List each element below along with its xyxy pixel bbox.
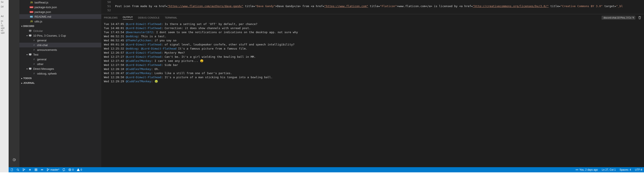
log-user: @Lord·Dimwit·Flathead [126, 22, 161, 26]
log-message: : Is there a setting set of 'Off' by def… [161, 22, 257, 26]
status-warnings[interactable]: 0 [77, 168, 82, 171]
status-bar: master* 0 0 You, 2 days ago Ln 27, Col 1… [8, 167, 644, 172]
file-item[interactable]: npm package.json [20, 10, 101, 14]
log-message: : Can't be. It's a girl wielding the bow… [161, 55, 256, 58]
log-timestamp: Tue 14:47:05 [104, 22, 126, 26]
dm-item[interactable]: # oddcog, spfweb [20, 71, 101, 76]
dm-name: oddcog, spfweb [37, 72, 57, 75]
channel-item[interactable]: # general [20, 38, 101, 43]
log-timestamp: Wed 12:29:29 [104, 80, 126, 83]
background-window: SeDifAdex1.v0.addv0.upd [0, 0, 8, 172]
svg-rect-5 [35, 169, 36, 170]
log-line: Wed 12:28:50 @Lord·Dimwit·Flathead: It's… [104, 75, 642, 79]
discord-server-icon [28, 34, 32, 37]
section-todos[interactable]: ▸ TODOS [20, 76, 101, 80]
svg-point-4 [29, 169, 30, 170]
chevron-down-icon: ▾ [20, 25, 23, 27]
output-panel[interactable]: Tue 14:47:05 @Lord·Dimwit·Flathead: Is t… [101, 21, 644, 167]
hash-icon: # [32, 72, 36, 75]
line-number: 52 [101, 8, 115, 12]
chevron-right-icon: ▸ [20, 77, 23, 80]
svg-rect-6 [36, 169, 37, 170]
log-message: : Side bar [161, 63, 178, 66]
channel-item[interactable]: # general [20, 57, 101, 62]
log-message: : I dont seem to see the notifications o… [153, 30, 298, 34]
line-number: 51 [101, 4, 115, 8]
channel-item[interactable]: # announcements [20, 48, 101, 52]
log-user: @Lord·Dimwit·Flathead [126, 76, 161, 79]
log-user: @TheHolyChicken [126, 39, 151, 42]
log-line: Wed 08:52:31 @oddcog: This is a test. [104, 34, 642, 38]
log-user: @Lord·Dimwit·Flathead [126, 43, 161, 46]
log-message: : if you say so [151, 39, 176, 42]
svg-rect-7 [35, 170, 36, 171]
log-user: @CuddlesTMonkey [126, 68, 151, 71]
status-cursor-position[interactable]: Ln 27, Col 1 [602, 168, 616, 171]
tab-terminal[interactable]: TERMINAL [165, 16, 177, 19]
svg-rect-8 [36, 170, 37, 171]
status-errors[interactable]: 0 [68, 168, 74, 171]
clear-output-icon[interactable] [638, 16, 642, 20]
log-message: : [138, 47, 141, 50]
log-timestamp: Tue 14:48:01 [104, 26, 126, 30]
server-item[interactable]: ▾ 10 Pins, 3 Courses, 1 Cup [20, 33, 101, 38]
log-timestamp: Wed 08:52:45 [104, 39, 126, 42]
section-label: JOURNAL [23, 82, 35, 84]
server-name: 10 Pins, 3 Courses, 1 Cup [33, 34, 66, 37]
channel-item[interactable]: # other [20, 62, 101, 66]
status-file-icon[interactable] [10, 168, 13, 171]
server-name: Ockular [33, 29, 43, 32]
section-journal[interactable]: ▸ JOURNAL [20, 80, 101, 85]
chevron-down-icon: ▾ [26, 54, 28, 56]
hash-icon: # [32, 62, 36, 66]
status-sync-icon[interactable] [62, 168, 65, 171]
tab-problems[interactable]: PROBLEMS [104, 16, 118, 19]
output-channel-dropdown[interactable]: discord-chat.10 Pins, 3 Co [602, 16, 636, 20]
tab-output[interactable]: OUTPUT [123, 16, 133, 20]
file-item[interactable]: npm package-lock.json [20, 5, 101, 10]
log-message: : Mystery Men? [161, 51, 185, 54]
log-line: Wed 12:29:29 @CuddlesTMonkey: 🤢 [104, 79, 642, 83]
svg-point-11 [47, 170, 48, 171]
log-line: Tue 17:43:54 @beermunster1972: I dont se… [104, 30, 642, 34]
file-item[interactable]: JS lastRead.js [20, 0, 101, 5]
status-git-blame[interactable]: You, 2 days ago [576, 168, 598, 171]
status-git-branch[interactable]: master* [46, 168, 59, 171]
server-item[interactable]: Ockular [20, 28, 101, 33]
log-line: Wed 12:28:10 @CuddlesTMonkey: Oh. [104, 67, 642, 71]
svg-point-2 [23, 170, 24, 171]
status-encoding[interactable]: UTF-8 [635, 168, 642, 171]
svg-point-12 [48, 169, 49, 170]
status-indent[interactable]: Spaces: 4 [620, 168, 631, 171]
dm-group[interactable]: ▾ Direct Messages [20, 66, 101, 71]
discord-server-icon [28, 53, 32, 56]
log-line: Wed 12:25:32 @oddcog: @Lord·Dimwit·Flath… [104, 46, 642, 51]
log-timestamp: Wed 12:27:50 [104, 63, 126, 66]
code-text: Post icon from made by <a href="https://… [115, 4, 623, 8]
tab-debug-console[interactable]: DEBUG CONSOLE [138, 16, 160, 19]
panel-tabs: PROBLEMS OUTPUT DEBUG CONSOLE TERMINAL d… [101, 14, 644, 21]
log-timestamp: Wed 12:28:10 [104, 68, 126, 71]
log-user: @oddcog [126, 47, 138, 50]
file-item[interactable]: M↓ README.md [20, 14, 101, 19]
error-count: 0 [72, 168, 74, 171]
settings-gear-icon[interactable] [12, 157, 16, 162]
status-search-icon[interactable] [16, 168, 20, 171]
server-item[interactable]: ▾ Test [20, 52, 101, 57]
file-item[interactable]: JS utils.js [20, 19, 101, 24]
status-extensions-icon[interactable] [34, 168, 38, 171]
log-timestamp: Wed 12:25:32 [104, 47, 126, 50]
status-live-icon[interactable] [40, 168, 44, 171]
log-user: @CuddlesTMonkey [126, 72, 151, 75]
background-area [0, 172, 644, 187]
section-discord[interactable]: ▾ DISCORD [20, 24, 101, 28]
svg-point-1 [23, 168, 24, 169]
channel-item[interactable]: # chit-chat [20, 43, 101, 48]
status-branch-icon[interactable] [22, 168, 26, 171]
discord-dm-icon [28, 67, 32, 70]
channel-name: chit-chat [37, 44, 48, 47]
status-debug-icon[interactable] [28, 168, 32, 171]
code-editor[interactable]: 50 51 Post icon from made by <a href="ht… [101, 0, 644, 14]
log-user: @Lord·Dimwit·Flathead [126, 51, 161, 54]
code-line: 51 Post icon from made by <a href="https… [101, 4, 644, 8]
